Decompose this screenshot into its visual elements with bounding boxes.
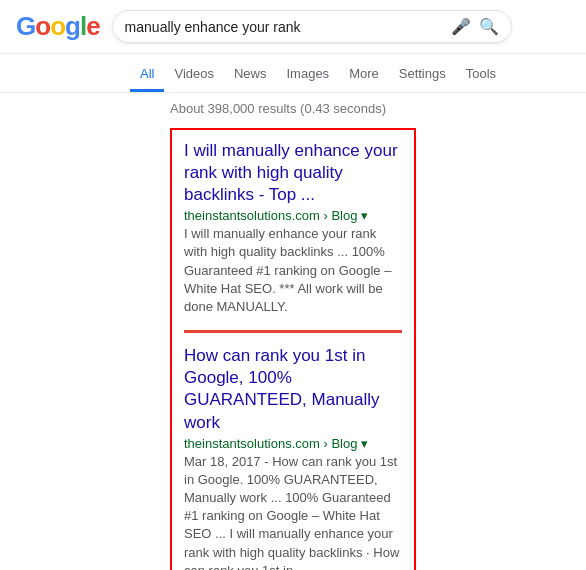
result-url: theinstantsolutions.com › Blog ▾ [184,208,402,223]
result-title[interactable]: I will manually enhance your rank with h… [184,141,398,204]
result-url: theinstantsolutions.com › Blog ▾ [184,436,402,451]
logo-letter-o2: o [50,11,65,42]
logo-letter-o1: o [35,11,50,42]
nav-item-news[interactable]: News [224,58,277,92]
microphone-icon[interactable]: 🎤 [451,17,471,36]
nav-item-tools[interactable]: Tools [456,58,506,92]
logo-letter-e: e [86,11,99,42]
nav-left: All Videos News Images More [130,58,389,92]
logo-letter-g: G [16,11,35,42]
search-icon[interactable]: 🔍 [479,17,499,36]
results-count: About 398,000 results (0.43 seconds) [0,93,586,124]
nav-item-images[interactable]: Images [276,58,339,92]
search-icon-group: 🎤 🔍 [451,17,499,36]
result-desc: I will manually enhance your rank with h… [184,225,402,316]
logo-letter-g2: g [65,11,80,42]
list-item: How can rank you 1st in Google, 100% GUA… [172,335,414,570]
nav-item-settings[interactable]: Settings [389,58,456,92]
nav-item-more[interactable]: More [339,58,389,92]
nav-item-videos[interactable]: Videos [164,58,224,92]
search-results: I will manually enhance your rank with h… [0,124,586,570]
red-underline-bar [184,330,402,333]
highlighted-results-section: I will manually enhance your rank with h… [170,128,416,570]
nav-right: Settings Tools [389,58,506,92]
nav-item-all[interactable]: All [130,58,164,92]
search-bar[interactable]: 🎤 🔍 [112,10,512,43]
result-title[interactable]: How can rank you 1st in Google, 100% GUA… [184,346,380,431]
list-item: I will manually enhance your rank with h… [172,130,414,326]
search-input[interactable] [125,19,451,35]
result-desc: Mar 18, 2017 - How can rank you 1st in G… [184,453,402,570]
header: G o o g l e 🎤 🔍 [0,0,586,54]
google-logo: G o o g l e [16,11,100,42]
navigation: All Videos News Images More Settings Too… [0,54,586,93]
